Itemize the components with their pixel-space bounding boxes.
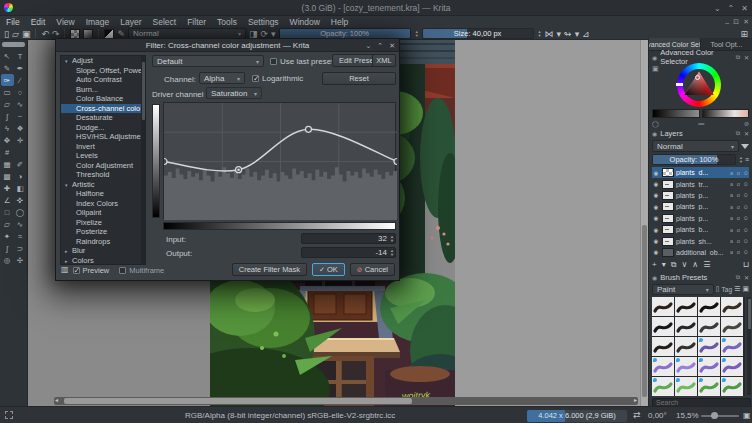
layer-visibility-icon[interactable]: ◉ [652,215,660,221]
layer-properties-button[interactable]: ☰ [703,260,710,269]
driver-channel-select[interactable]: Saturation ▾ [206,87,262,99]
layer-row[interactable]: ◉plants_tr...a α ⊙ [652,178,749,189]
preview-checkbox[interactable]: Preview [73,266,110,275]
line-tool[interactable]: ∕ [14,74,27,86]
crop-tool[interactable]: # [1,146,14,158]
filter-category-threshold[interactable]: Threshold [61,170,145,180]
close-button[interactable]: ✕ [741,4,748,13]
toolbox-drag-handle[interactable] [2,42,25,47]
zoom-slider[interactable] [701,415,739,417]
layer-row[interactable]: ◉plants_b...a α ⊙ [652,224,749,235]
layer-thumbnail[interactable] [662,225,674,234]
magnetic-select-tool[interactable]: ⊃ [14,242,27,254]
hscroll-thumb[interactable] [64,398,412,404]
save-icon[interactable]: ▣ [22,29,31,39]
reset-button[interactable]: Reset [322,72,396,85]
rectangle-tool[interactable]: ▭ [1,86,14,98]
color-history-slider[interactable] [702,109,750,118]
layer-row[interactable]: ◉additional_ob...a α ⊙ [652,247,749,258]
filter-category-auto-contrast[interactable]: Auto Contrast [61,75,145,85]
dropdown-arrow-icon[interactable]: ▾ [271,29,276,39]
menu-layer[interactable]: Layer [120,17,141,27]
brush-preset-thumbnail[interactable] [675,317,697,336]
ellipse-tool[interactable]: ○ [14,86,27,98]
mirror-icon[interactable]: ⋈ [545,29,554,39]
float-docker-icon[interactable]: ⧉ [736,274,740,281]
bezier-select-tool[interactable]: ʃ [1,242,14,254]
layer-name[interactable]: plants_tr... [676,181,728,188]
brush-preset-thumbnail[interactable] [675,377,697,396]
layer-row[interactable]: ◉plants_d...a α ⊙ [652,167,749,178]
polyline-tool[interactable]: ∿ [14,98,27,110]
assistants-tool[interactable]: ✜ [14,194,27,206]
filter-category-raindrops[interactable]: Raindrops [61,237,145,247]
zoom-tool[interactable]: ◎ [1,254,14,266]
layer-thumbnail[interactable] [662,202,674,211]
tree-expander-icon[interactable]: ▾ [65,181,72,191]
filter-category-adjust[interactable]: ▾Adjust [61,56,145,66]
redo-icon[interactable]: ↷ [52,29,60,39]
filter-category-halftone[interactable]: Halftone [61,189,145,199]
layer-thumbnail[interactable] [662,214,674,223]
layer-lock-alpha-icons[interactable]: a α ⊙ [730,238,749,244]
layer-options-icon[interactable]: ≡ [745,156,749,163]
menu-edit[interactable]: Edit [31,17,46,27]
trim-icon[interactable]: ⊿ [582,29,590,39]
select-shapes-tool[interactable]: ↖ [1,50,14,62]
color-history-icon[interactable]: ◯ [652,120,659,127]
polygon-tool[interactable]: ▱ [1,98,14,110]
color-sampler-tool[interactable]: ✐ [14,158,27,170]
menu-filter[interactable]: Filter [187,17,206,27]
menu-settings[interactable]: Settings [248,17,279,27]
dialog-rollup-button[interactable]: ⌃ [377,42,383,50]
preset-select[interactable]: Default ▾ [152,55,264,67]
float-docker-icon[interactable]: ⧉ [736,130,740,137]
dropdown-arrow-icon[interactable]: ▾ [575,29,580,39]
brush-preset-thumbnail[interactable] [652,297,674,316]
new-document-icon[interactable]: ▯ [4,29,9,39]
dialog-shade-button[interactable]: ⌄ [365,42,371,50]
layer-lock-alpha-icons[interactable]: a α ⊙ [730,249,749,255]
smart-patch-tool[interactable]: ✚ [1,182,14,194]
elliptical-select-tool[interactable]: ◯ [14,206,27,218]
rectangular-select-tool[interactable]: □ [1,206,14,218]
freehand-brush-tool[interactable]: ✑ [1,74,14,86]
layer-row[interactable]: ◉plants_p...a α ⊙ [652,201,749,212]
brush-grid-scrollbar[interactable] [747,297,751,395]
curve-editor[interactable] [163,102,396,219]
filter-category-hsv-hsl-adjustme[interactable]: HSV/HSL Adjustme [61,132,145,142]
brush-preset-thumbnail[interactable] [675,357,697,376]
multiframe-checkbox[interactable]: Multiframe [119,266,164,275]
move-layer-down-button[interactable]: ∨ [681,260,687,269]
minimize-button[interactable]: ⌄ [714,4,721,13]
advanced-color-selector-header[interactable]: ◉ Advanced Color Selector ⧉✕ [649,51,752,63]
brush-preset-thumbnail[interactable] [698,317,720,336]
transform-tool[interactable]: ✥ [1,134,14,146]
layer-visibility-icon[interactable]: ◉ [652,249,660,255]
delete-layer-button[interactable]: ⊔ [743,260,749,269]
logarithmic-checkbox[interactable]: Logarithmic [252,74,303,83]
brush-preset-thumbnail[interactable] [698,377,720,396]
similar-color-select-tool[interactable]: ≈ [14,230,27,242]
layer-lock-alpha-icons[interactable]: a α ⊙ [730,227,749,233]
move-tool[interactable]: ✛ [14,134,27,146]
calligraphy-tool[interactable]: ✒ [14,62,27,74]
fill-tool[interactable]: ◧ [14,182,27,194]
layer-lock-alpha-icons[interactable]: a α ⊙ [730,215,749,221]
float-docker-icon[interactable]: ⧉ [736,54,740,61]
filter-category-invert[interactable]: Invert [61,142,145,152]
filter-category-artistic[interactable]: ▾Artistic [61,180,145,190]
menu-select[interactable]: Select [153,17,177,27]
filter-category-pixelize[interactable]: Pixelize [61,218,145,228]
layer-name[interactable]: plants_p... [676,215,728,222]
scroll-right-arrow-icon[interactable]: ▸ [634,396,637,403]
duplicate-layer-button[interactable]: ⧉ [671,260,677,270]
contiguous-select-tool[interactable]: ✦ [1,230,14,242]
brush-tag-select[interactable]: Paint ▾ [652,284,714,295]
mirror-view-icon[interactable]: ⇄ [633,410,641,420]
canvas-horizontal-scrollbar[interactable]: ◂ ▸ [54,397,638,405]
layer-lock-alpha-icons[interactable]: a α ⊙ [730,192,749,198]
layer-lock-alpha-icons[interactable]: a α ⊙ [730,204,749,210]
layer-name[interactable]: plants_p... [676,192,728,199]
use-last-preset-checkbox[interactable]: Use last preset [270,57,333,66]
